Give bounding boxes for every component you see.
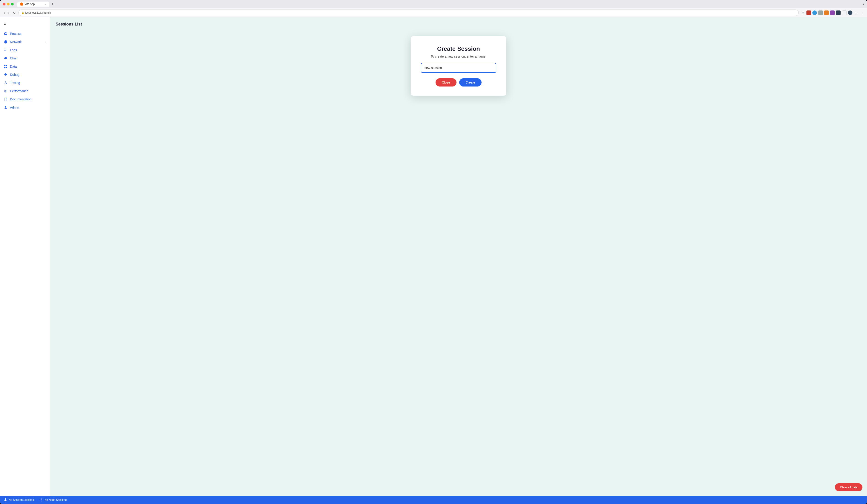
close-traffic-light[interactable] (3, 3, 6, 6)
svg-point-7 (41, 500, 42, 500)
sidebar-label-network: Network (10, 40, 22, 44)
network-expand-arrow: › (45, 41, 46, 43)
browser-tab[interactable]: Vite App × (17, 2, 49, 7)
sidebar-item-process[interactable]: Process (0, 30, 50, 38)
svg-rect-5 (4, 67, 6, 68)
main-content: Sessions List Create Session To create a… (50, 17, 867, 496)
sidebar-item-chain[interactable]: Chain (0, 54, 50, 62)
star-icon[interactable]: ☆ (801, 10, 805, 15)
browser-toolbar: ‹ › ↻ 🔒 localhost:5173/admin ☆ + ⋮ (0, 8, 867, 17)
status-bar: No Session Selected No Node Selected (0, 496, 867, 504)
node-status: No Node Selected (39, 498, 66, 502)
dialog-overlay: Create Session To create a new session, … (50, 29, 867, 496)
svg-rect-6 (6, 67, 7, 68)
svg-rect-3 (4, 65, 6, 66)
browser-titlebar: Vite App × + ▾ (0, 0, 867, 8)
extension-icon-4[interactable] (824, 10, 829, 15)
window-expand-icon: ▾ (863, 2, 864, 6)
content-area: Create Session To create a new session, … (50, 29, 867, 496)
more-options-button[interactable]: ⋮ (860, 10, 864, 15)
sidebar-label-admin: Admin (10, 106, 19, 109)
sidebar-item-admin[interactable]: Admin (0, 103, 50, 111)
tab-close-button[interactable]: × (45, 3, 46, 6)
dialog-buttons: Close Create (436, 78, 482, 86)
session-status: No Session Selected (4, 498, 34, 502)
sidebar-nav: Process Network › Logs (0, 28, 50, 114)
add-profile-icon[interactable]: + (854, 10, 858, 15)
sidebar-item-logs[interactable]: Logs (0, 46, 50, 54)
sidebar-label-logs: Logs (10, 48, 17, 52)
extension-icon-1[interactable] (806, 10, 811, 15)
sidebar-label-data: Data (10, 65, 17, 68)
data-icon (4, 64, 8, 68)
logs-icon (4, 48, 8, 52)
sidebar-item-documentation[interactable]: Documentation (0, 95, 50, 103)
tab-favicon-icon (20, 2, 23, 6)
page-header: Sessions List (50, 17, 867, 29)
url-text: localhost:5173/admin (25, 11, 51, 14)
admin-icon (4, 105, 8, 109)
svg-rect-1 (4, 50, 7, 50)
sidebar-label-process: Process (10, 32, 22, 35)
extension-icon-2[interactable] (812, 10, 817, 15)
documentation-icon (4, 97, 8, 101)
extension-icon-5[interactable] (830, 10, 835, 15)
page-title: Sessions List (55, 22, 861, 26)
app-container: ≡ Process Network › (0, 17, 867, 496)
new-tab-button[interactable]: + (50, 2, 55, 7)
sidebar-menu-toggle[interactable]: ≡ (0, 20, 50, 28)
toolbar-icons: ☆ + ⋮ (801, 10, 864, 15)
svg-rect-0 (4, 49, 7, 49)
process-icon (4, 32, 8, 36)
sidebar-item-data[interactable]: Data (0, 62, 50, 71)
extension-icon-6[interactable] (836, 10, 841, 15)
close-dialog-button[interactable]: Close (436, 78, 457, 86)
sidebar-label-debug: Debug (10, 73, 19, 76)
browser-window: Vite App × + ▾ ‹ › ↻ 🔒 localhost:5173/ad… (0, 0, 867, 504)
testing-icon (4, 81, 8, 85)
profile-icon[interactable] (848, 10, 853, 15)
create-session-button[interactable]: Create (459, 78, 482, 86)
minimize-traffic-light[interactable] (7, 3, 10, 6)
node-status-icon (39, 498, 43, 502)
address-bar[interactable]: 🔒 localhost:5173/admin (19, 10, 799, 16)
sidebar-item-testing[interactable]: Testing (0, 79, 50, 87)
session-name-input[interactable] (421, 63, 496, 73)
no-session-label: No Session Selected (9, 498, 34, 502)
tab-bar: Vite App × + (17, 2, 861, 7)
maximize-traffic-light[interactable] (11, 3, 14, 6)
extension-icon-3[interactable] (818, 10, 823, 15)
tab-title: Vite App (24, 2, 35, 6)
sidebar: ≡ Process Network › (0, 17, 50, 496)
nav-forward-button[interactable]: › (8, 10, 10, 15)
sidebar-label-chain: Chain (10, 56, 19, 60)
chain-icon (4, 56, 8, 60)
create-session-dialog: Create Session To create a new session, … (411, 36, 506, 96)
nav-reload-button[interactable]: ↻ (12, 10, 17, 15)
performance-icon (4, 89, 8, 93)
sidebar-item-performance[interactable]: Performance (0, 87, 50, 95)
sidebar-label-performance: Performance (10, 89, 28, 93)
extension-icon-7[interactable] (842, 10, 846, 15)
svg-rect-4 (6, 65, 7, 66)
sidebar-item-network[interactable]: Network › (0, 38, 50, 46)
sidebar-label-documentation: Documentation (10, 97, 31, 101)
nav-back-button[interactable]: ‹ (3, 10, 6, 15)
clear-all-data-button[interactable]: Clear all data (835, 483, 863, 491)
network-icon (4, 40, 8, 44)
debug-icon (4, 73, 8, 77)
dialog-title: Create Session (437, 45, 480, 52)
svg-rect-2 (4, 51, 6, 51)
traffic-lights (3, 3, 14, 6)
no-node-label: No Node Selected (44, 498, 66, 502)
dialog-subtitle: To create a new session, enter a name. (431, 55, 486, 58)
lock-icon: 🔒 (21, 11, 24, 14)
session-status-icon (4, 498, 7, 502)
sidebar-label-testing: Testing (10, 81, 20, 85)
sidebar-item-debug[interactable]: Debug (0, 71, 50, 79)
